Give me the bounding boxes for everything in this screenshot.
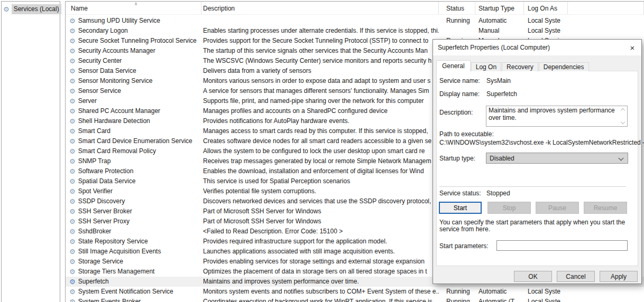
startup-type-dropdown[interactable]: Disabled (486, 153, 628, 164)
service-name-cell: ⚙Sensor Service (66, 86, 201, 96)
close-icon[interactable]: × (623, 40, 641, 55)
service-name-cell: ⚙Still Image Acquisition Events (66, 247, 201, 257)
service-status-value: Stopped (486, 190, 510, 197)
service-gear-icon: ⚙ (69, 158, 76, 165)
tab-dependencies[interactable]: Dependencies (539, 62, 589, 71)
service-name: Still Image Acquisition Events (78, 247, 161, 257)
description-cell: <Failed to Read Description. Error Code:… (201, 227, 439, 237)
service-gear-icon: ⚙ (69, 198, 76, 205)
superfetch-properties-dialog: Superfetch Properties (Local Computer) ×… (433, 39, 642, 284)
status-cell: Running (439, 297, 475, 302)
stop-button[interactable]: Stop (487, 202, 531, 214)
service-gear-icon: ⚙ (69, 248, 76, 255)
table-row[interactable]: ⚙Secondary Logon Enables starting proces… (66, 26, 644, 36)
row-spacer (568, 26, 644, 36)
row-spacer (568, 297, 644, 302)
ok-button[interactable]: OK (514, 271, 552, 282)
service-name: SSH Server Broker (78, 206, 132, 216)
column-header-description[interactable]: Description (201, 2, 439, 14)
table-row[interactable]: ⚙System Events Broker Coordinates execut… (66, 297, 644, 302)
service-gear-icon: ⚙ (69, 148, 76, 155)
service-name: Smart Card Device Enumeration Service (78, 136, 192, 146)
description-cell: Provides enabling services for storage s… (201, 257, 439, 267)
service-name: Security Accounts Manager (78, 46, 155, 56)
service-name: Smart Card (78, 126, 111, 136)
description-cell: Enables the download, installation and e… (201, 166, 439, 176)
service-name: Sensor Service (78, 86, 121, 96)
service-name: System Event Notification Service (78, 287, 173, 297)
service-gear-icon: ⚙ (69, 178, 76, 185)
table-row[interactable]: ⚙Samsung UPD Utility Service Running Aut… (66, 16, 644, 26)
service-name: Spot Verifier (78, 186, 113, 196)
resume-button[interactable]: Resume (584, 202, 627, 214)
service-name-cell: ⚙SSH Server Proxy (66, 216, 201, 227)
description-cell: Discovers networked devices and services… (201, 196, 439, 206)
service-name: SSH Server Proxy (78, 216, 130, 227)
description-cell: Optimizes the placement of data in stora… (201, 267, 439, 277)
column-header-status[interactable]: Status (439, 2, 475, 14)
tab-general[interactable]: General (436, 60, 471, 71)
dialog-title: Superfetch Properties (Local Computer) (433, 44, 623, 51)
column-header-startup-type[interactable]: Startup Type (475, 2, 524, 14)
description-cell: Part of Microsoft SSH Server for Windows (201, 216, 439, 227)
description-cell: Monitors system events and notifies subs… (201, 287, 439, 297)
column-header-log-on-as[interactable]: Log On As (524, 2, 568, 14)
service-name: Storage Tiers Management (78, 267, 155, 277)
tree-item-label: Services (Local) (12, 4, 61, 14)
tab-recovery[interactable]: Recovery (502, 62, 538, 71)
start-button[interactable]: Start (439, 202, 482, 214)
description-scrollbar[interactable] (620, 107, 627, 126)
service-name-cell: ⚙Shell Hardware Detection (66, 116, 201, 126)
service-gear-icon: ⚙ (69, 128, 76, 135)
scroll-down-icon[interactable] (621, 120, 625, 124)
service-name-cell: ⚙SSDP Discovery (66, 196, 201, 206)
pause-button[interactable]: Pause (536, 202, 579, 214)
service-name-cell: ⚙Smart Card Device Enumeration Service (66, 136, 201, 146)
description-cell: The WSCSVC (Windows Security Center) ser… (201, 56, 439, 66)
description-cell: Verifies potential file system corruptio… (201, 186, 439, 196)
description-cell: Enables starting processes under alterna… (201, 26, 439, 36)
apply-button[interactable]: Apply (600, 271, 638, 282)
service-gear-icon: ⚙ (69, 138, 76, 145)
scroll-up-icon[interactable] (621, 108, 625, 112)
service-name-cell: ⚙System Events Broker (66, 297, 201, 302)
service-gear-icon: ⚙ (69, 268, 76, 275)
service-name-cell: ⚙Shared PC Account Manager (66, 106, 201, 116)
service-name-cell: ⚙Secure Socket Tunneling Protocol Servic… (66, 36, 201, 46)
tree-item-services-local[interactable]: ⚙ Services (Local) (3, 4, 60, 14)
service-name: SSDP Discovery (78, 196, 125, 206)
table-row[interactable]: ⚙System Event Notification Service Monit… (66, 287, 644, 297)
start-parameters-label: Start parameters: (439, 242, 489, 250)
service-gear-icon: ⚙ (69, 188, 76, 195)
service-gear-icon: ⚙ (69, 258, 76, 265)
start-parameters-input[interactable] (496, 240, 628, 251)
description-cell: This service is used for Spatial Percept… (201, 176, 439, 186)
console-tree-panel: ⚙ Services (Local) (1, 1, 60, 302)
service-name: Storage Service (78, 257, 123, 267)
description-cell: Provides required infrastructure support… (201, 237, 439, 247)
service-name: Spatial Data Service (78, 176, 136, 186)
service-name-cell: ⚙System Event Notification Service (66, 287, 201, 297)
description-textarea[interactable]: Maintains and improves system performanc… (486, 106, 628, 127)
tab-log-on[interactable]: Log On (471, 62, 501, 71)
service-name-cell: ⚙SNMP Trap (66, 156, 201, 166)
service-name: Sensor Data Service (78, 66, 136, 76)
startup-type-cell: Automatic (T (475, 297, 524, 302)
service-name-cell: ⚙Storage Tiers Management (66, 267, 201, 277)
chevron-down-icon (619, 156, 624, 161)
description-cell: Manages access to smart cards read by th… (201, 126, 439, 136)
service-name: State Repository Service (78, 237, 148, 247)
description-text: Maintains and improves system performanc… (489, 107, 615, 121)
service-name-cell: ⚙Spatial Data Service (66, 176, 201, 186)
service-name: Shell Hardware Detection (78, 116, 150, 126)
service-name-cell: ⚙Sensor Data Service (66, 66, 201, 76)
description-cell: A service for sensors that manages diffe… (201, 86, 439, 96)
cancel-button[interactable]: Cancel (557, 271, 595, 282)
service-gear-icon: ⚙ (69, 37, 76, 44)
startup-type-cell: Automatic (475, 16, 524, 26)
description-cell: Maintains and improves system performanc… (201, 277, 439, 287)
description-cell: Provides notifications for AutoPlay hard… (201, 116, 439, 126)
service-name-cell: ⚙Security Accounts Manager (66, 46, 201, 56)
service-gear-icon: ⚙ (69, 98, 76, 105)
service-gear-icon: ⚙ (69, 208, 76, 215)
